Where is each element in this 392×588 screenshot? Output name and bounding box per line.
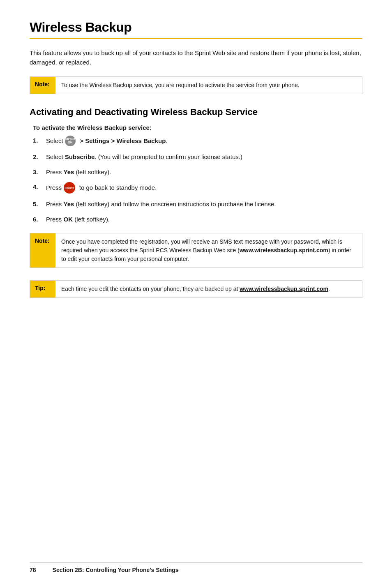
step6-ok: OK bbox=[64, 216, 73, 223]
step-2: 2. Select Subscribe. (You will be prompt… bbox=[33, 152, 362, 162]
note-content-2: Once you have completed the registration… bbox=[55, 233, 362, 267]
menu-icon: MENUOK bbox=[65, 136, 76, 146]
step-content-1: Select MENUOK > Settings > Wireless Back… bbox=[46, 136, 362, 147]
title-divider bbox=[30, 38, 362, 39]
page-container: Wireless Backup This feature allows you … bbox=[0, 0, 392, 323]
step-4: 4. Press END/O to go back to standby mod… bbox=[33, 182, 362, 194]
step-content-4: Press END/O to go back to standby mode. bbox=[46, 182, 362, 194]
step-num-3: 3. bbox=[33, 168, 46, 177]
note-box-2: Note: Once you have completed the regist… bbox=[30, 233, 362, 268]
sub-heading: To activate the Wireless Backup service: bbox=[33, 124, 362, 131]
note-label-2: Note: bbox=[30, 233, 55, 267]
step-5: 5. Press Yes (left softkey) and follow t… bbox=[33, 200, 362, 209]
end-icon-label: END/O bbox=[65, 187, 74, 189]
section-heading: Activating and Deactivating Wireless Bac… bbox=[30, 106, 362, 118]
step-num-5: 5. bbox=[33, 200, 46, 209]
tip-content: Each time you edit the contacts on your … bbox=[55, 281, 336, 297]
step-content-3: Press Yes (left softkey). bbox=[46, 168, 362, 177]
step-num-2: 2. bbox=[33, 152, 46, 162]
note-content-1: To use the Wireless Backup service, you … bbox=[55, 77, 305, 94]
note2-link[interactable]: www.wirelessbackup.sprint.com bbox=[240, 247, 328, 254]
step2-subscribe: Subscribe bbox=[65, 153, 95, 160]
note-label-1: Note: bbox=[30, 77, 55, 94]
note-box-1: Note: To use the Wireless Backup service… bbox=[30, 76, 362, 94]
menu-icon-label: MENUOK bbox=[65, 138, 75, 144]
tip-box: Tip: Each time you edit the contacts on … bbox=[30, 280, 362, 298]
step1-nav: > Settings > Wireless Backup bbox=[80, 137, 166, 144]
step-num-1: 1. bbox=[33, 136, 46, 145]
footer-section-text: Section 2B: Controlling Your Phone's Set… bbox=[53, 567, 179, 573]
step3-yes: Yes bbox=[64, 168, 74, 175]
step-num-6: 6. bbox=[33, 215, 46, 224]
step-content-2: Select Subscribe. (You will be prompted … bbox=[46, 152, 362, 162]
step5-yes: Yes bbox=[64, 201, 74, 208]
step-6: 6. Press OK (left softkey). bbox=[33, 215, 362, 224]
tip-link[interactable]: www.wirelessbackup.sprint.com bbox=[240, 286, 328, 292]
intro-text: This feature allows you to back up all o… bbox=[30, 48, 362, 67]
end-icon: END/O bbox=[64, 182, 75, 194]
step-content-5: Press Yes (left softkey) and follow the … bbox=[46, 200, 362, 209]
steps-list: 1. Select MENUOK > Settings > Wireless B… bbox=[33, 136, 362, 224]
step-content-6: Press OK (left softkey). bbox=[46, 215, 362, 224]
step-3: 3. Press Yes (left softkey). bbox=[33, 168, 362, 177]
footer-page-num: 78 bbox=[30, 567, 36, 573]
tip-label: Tip: bbox=[30, 281, 55, 297]
step-num-4: 4. bbox=[33, 182, 46, 192]
page-title: Wireless Backup bbox=[30, 20, 362, 35]
step-1: 1. Select MENUOK > Settings > Wireless B… bbox=[33, 136, 362, 147]
footer: 78 Section 2B: Controlling Your Phone's … bbox=[30, 562, 362, 573]
